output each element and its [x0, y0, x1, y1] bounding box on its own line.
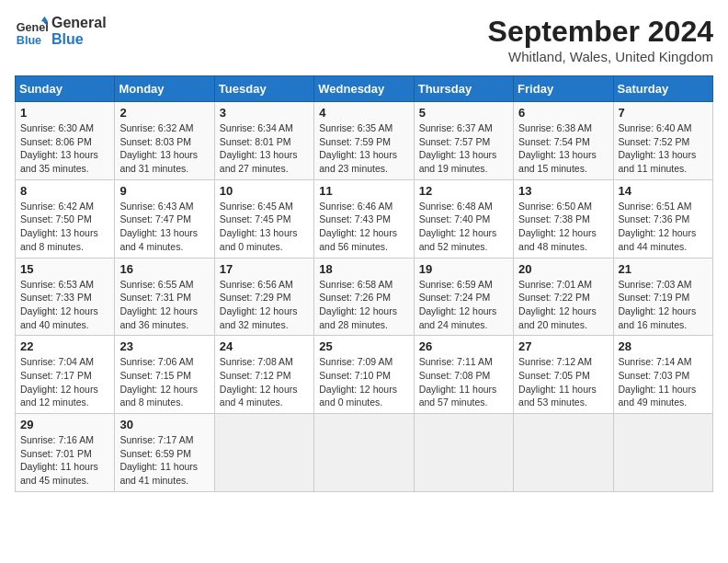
calendar-cell: 6 Sunrise: 6:38 AMSunset: 7:54 PMDayligh… [514, 102, 613, 180]
day-number: 15 [20, 262, 109, 276]
day-info: Sunrise: 6:42 AMSunset: 7:50 PMDaylight:… [20, 200, 109, 254]
day-number: 13 [518, 184, 608, 198]
day-number: 16 [119, 262, 209, 276]
day-number: 24 [220, 339, 309, 353]
calendar-cell: 19 Sunrise: 6:59 AMSunset: 7:24 PMDaylig… [414, 258, 513, 336]
day-info: Sunrise: 6:50 AMSunset: 7:38 PMDaylight:… [518, 200, 608, 254]
calendar-cell [514, 414, 613, 492]
header-wednesday: Wednesday [314, 76, 414, 102]
calendar-cell: 30 Sunrise: 7:17 AMSunset: 6:59 PMDaylig… [115, 414, 214, 492]
calendar-cell: 22 Sunrise: 7:04 AMSunset: 7:17 PMDaylig… [16, 336, 115, 414]
calendar-cell [613, 414, 712, 492]
day-number: 26 [419, 339, 508, 353]
day-number: 2 [119, 106, 209, 120]
day-info: Sunrise: 6:59 AMSunset: 7:24 PMDaylight:… [419, 278, 508, 332]
day-info: Sunrise: 6:58 AMSunset: 7:26 PMDaylight:… [319, 278, 408, 332]
day-number: 19 [419, 262, 508, 276]
calendar-cell: 28 Sunrise: 7:14 AMSunset: 7:03 PMDaylig… [613, 336, 712, 414]
day-number: 11 [319, 184, 408, 198]
calendar-cell: 10 Sunrise: 6:45 AMSunset: 7:45 PMDaylig… [214, 179, 313, 258]
day-number: 5 [419, 106, 508, 120]
day-info: Sunrise: 6:40 AMSunset: 7:52 PMDaylight:… [619, 121, 708, 176]
day-info: Sunrise: 7:06 AMSunset: 7:15 PMDaylight:… [119, 355, 209, 409]
calendar-week-row: 15 Sunrise: 6:53 AMSunset: 7:33 PMDaylig… [16, 258, 713, 336]
day-info: Sunrise: 6:55 AMSunset: 7:31 PMDaylight:… [119, 278, 209, 332]
header-friday: Friday [514, 76, 613, 102]
day-number: 9 [119, 184, 209, 198]
calendar-cell: 11 Sunrise: 6:46 AMSunset: 7:43 PMDaylig… [314, 179, 414, 258]
calendar-cell: 18 Sunrise: 6:58 AMSunset: 7:26 PMDaylig… [314, 258, 414, 336]
day-info: Sunrise: 6:43 AMSunset: 7:47 PMDaylight:… [119, 200, 209, 254]
title-area: September 2024 Whitland, Wales, United K… [488, 15, 713, 64]
day-info: Sunrise: 6:51 AMSunset: 7:36 PMDaylight:… [619, 200, 708, 254]
month-title: September 2024 [488, 15, 713, 49]
calendar-cell [214, 414, 313, 492]
calendar-cell: 24 Sunrise: 7:08 AMSunset: 7:12 PMDaylig… [214, 336, 313, 414]
day-info: Sunrise: 7:03 AMSunset: 7:19 PMDaylight:… [619, 278, 708, 332]
calendar-cell [314, 414, 414, 492]
day-number: 7 [619, 106, 708, 120]
calendar-cell: 20 Sunrise: 7:01 AMSunset: 7:22 PMDaylig… [514, 258, 613, 336]
header-saturday: Saturday [613, 76, 712, 102]
header-thursday: Thursday [414, 76, 513, 102]
day-info: Sunrise: 6:38 AMSunset: 7:54 PMDaylight:… [518, 121, 608, 176]
calendar-cell [414, 414, 513, 492]
svg-text:General: General [17, 21, 48, 34]
logo-line2: Blue [51, 31, 107, 48]
calendar-cell: 25 Sunrise: 7:09 AMSunset: 7:10 PMDaylig… [314, 336, 414, 414]
day-number: 30 [119, 418, 209, 431]
day-info: Sunrise: 6:32 AMSunset: 8:03 PMDaylight:… [119, 121, 209, 176]
calendar-cell: 17 Sunrise: 6:56 AMSunset: 7:29 PMDaylig… [214, 258, 313, 336]
calendar-cell: 29 Sunrise: 7:16 AMSunset: 7:01 PMDaylig… [16, 414, 115, 492]
day-number: 28 [619, 339, 708, 353]
calendar-cell: 5 Sunrise: 6:37 AMSunset: 7:57 PMDayligh… [414, 102, 513, 180]
day-info: Sunrise: 6:56 AMSunset: 7:29 PMDaylight:… [220, 278, 309, 332]
day-info: Sunrise: 7:16 AMSunset: 7:01 PMDaylight:… [20, 433, 109, 488]
day-number: 23 [119, 339, 209, 353]
day-info: Sunrise: 6:53 AMSunset: 7:33 PMDaylight:… [20, 278, 109, 332]
day-number: 22 [20, 339, 109, 353]
day-info: Sunrise: 7:08 AMSunset: 7:12 PMDaylight:… [220, 355, 309, 409]
day-info: Sunrise: 6:37 AMSunset: 7:57 PMDaylight:… [419, 121, 508, 176]
logo: General Blue General Blue [15, 15, 107, 48]
day-number: 12 [419, 184, 508, 198]
day-info: Sunrise: 7:17 AMSunset: 6:59 PMDaylight:… [119, 433, 209, 488]
logo-line1: General [51, 15, 107, 31]
day-number: 10 [220, 184, 309, 198]
page-header: General Blue General Blue September 2024… [15, 15, 713, 64]
day-info: Sunrise: 7:04 AMSunset: 7:17 PMDaylight:… [20, 355, 109, 409]
day-number: 8 [20, 184, 109, 198]
location: Whitland, Wales, United Kingdom [488, 49, 713, 64]
svg-text:Blue: Blue [17, 34, 41, 47]
day-number: 18 [319, 262, 408, 276]
day-number: 25 [319, 339, 408, 353]
calendar-week-row: 8 Sunrise: 6:42 AMSunset: 7:50 PMDayligh… [16, 179, 713, 258]
calendar-week-row: 22 Sunrise: 7:04 AMSunset: 7:17 PMDaylig… [16, 336, 713, 414]
calendar-cell: 3 Sunrise: 6:34 AMSunset: 8:01 PMDayligh… [214, 102, 313, 180]
calendar-cell: 8 Sunrise: 6:42 AMSunset: 7:50 PMDayligh… [16, 179, 115, 258]
day-number: 29 [20, 418, 109, 431]
logo-icon: General Blue [15, 15, 48, 48]
day-number: 6 [518, 106, 608, 120]
calendar-cell: 26 Sunrise: 7:11 AMSunset: 7:08 PMDaylig… [414, 336, 513, 414]
calendar-cell: 1 Sunrise: 6:30 AMSunset: 8:06 PMDayligh… [16, 102, 115, 180]
calendar-week-row: 1 Sunrise: 6:30 AMSunset: 8:06 PMDayligh… [16, 102, 713, 180]
calendar-cell: 15 Sunrise: 6:53 AMSunset: 7:33 PMDaylig… [16, 258, 115, 336]
calendar-cell: 13 Sunrise: 6:50 AMSunset: 7:38 PMDaylig… [514, 179, 613, 258]
calendar-cell: 2 Sunrise: 6:32 AMSunset: 8:03 PMDayligh… [115, 102, 214, 180]
day-number: 17 [220, 262, 309, 276]
day-info: Sunrise: 6:30 AMSunset: 8:06 PMDaylight:… [20, 121, 109, 176]
day-info: Sunrise: 6:45 AMSunset: 7:45 PMDaylight:… [220, 200, 309, 254]
day-info: Sunrise: 7:09 AMSunset: 7:10 PMDaylight:… [319, 355, 408, 409]
calendar-cell: 16 Sunrise: 6:55 AMSunset: 7:31 PMDaylig… [115, 258, 214, 336]
calendar-cell: 27 Sunrise: 7:12 AMSunset: 7:05 PMDaylig… [514, 336, 613, 414]
day-number: 4 [319, 106, 408, 120]
day-info: Sunrise: 6:48 AMSunset: 7:40 PMDaylight:… [419, 200, 508, 254]
header-monday: Monday [115, 76, 214, 102]
calendar-table: Sunday Monday Tuesday Wednesday Thursday… [15, 75, 713, 492]
day-number: 3 [220, 106, 309, 120]
day-number: 20 [518, 262, 608, 276]
calendar-cell: 21 Sunrise: 7:03 AMSunset: 7:19 PMDaylig… [613, 258, 712, 336]
day-info: Sunrise: 6:35 AMSunset: 7:59 PMDaylight:… [319, 121, 408, 176]
header-tuesday: Tuesday [214, 76, 313, 102]
